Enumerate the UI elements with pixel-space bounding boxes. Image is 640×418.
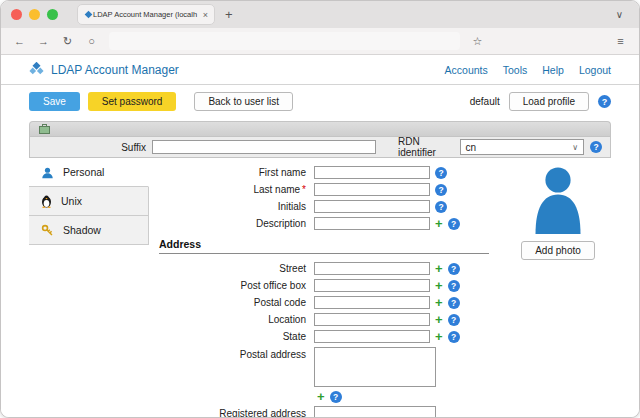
back-to-user-list-button[interactable]: Back to user list [194, 92, 293, 111]
lam-logo-icon [29, 62, 44, 77]
street-input[interactable] [314, 262, 430, 275]
field-label: Location [149, 314, 314, 325]
forward-button[interactable]: → [37, 35, 50, 47]
rdn-identifier-label: RDN identifier [398, 136, 454, 158]
form-row: Postal code + ? [149, 296, 505, 309]
briefcase-icon [39, 124, 50, 134]
add-value-icon[interactable]: + [435, 217, 443, 230]
add-photo-button[interactable]: Add photo [521, 241, 595, 260]
suffix-help-icon[interactable]: ? [590, 141, 602, 153]
lam-page: LDAP Account Manager Accounts Tools Help… [1, 55, 639, 418]
maximize-window-button[interactable] [47, 9, 58, 20]
minimize-window-button[interactable] [29, 9, 40, 20]
tab-label: Unix [61, 195, 82, 207]
nav-link-tools[interactable]: Tools [503, 64, 528, 76]
add-value-icon[interactable]: + [435, 279, 443, 292]
form-row: Post office box + ? [149, 279, 505, 292]
help-icon[interactable]: ? [448, 218, 460, 230]
state-input[interactable] [314, 330, 430, 343]
tab-shadow[interactable]: Shadow [29, 216, 149, 245]
field-label: Description [149, 218, 314, 229]
account-panel: Suffix RDN identifier cn ∨ ? [29, 121, 611, 158]
field-label: Initials [149, 201, 314, 212]
form-row: State + ? [149, 330, 505, 343]
rdn-identifier-select[interactable]: cn ∨ [460, 139, 584, 155]
new-tab-button[interactable]: + [225, 7, 233, 22]
field-label: Postal code [149, 297, 314, 308]
address-bar[interactable] [109, 32, 460, 50]
add-value-icon[interactable]: + [317, 390, 325, 403]
help-icon[interactable]: ? [435, 201, 447, 213]
tab-close-icon[interactable]: × [203, 10, 208, 20]
form-row: Registered address [149, 406, 505, 418]
tab-favicon [84, 10, 93, 19]
tab-overflow-chevron-icon[interactable]: ∨ [616, 9, 623, 20]
address-section-heading: Address [159, 238, 489, 254]
browser-titlebar: LDAP Account Manager (localh × + ∨ [1, 1, 639, 28]
postal-code-input[interactable] [314, 296, 430, 309]
person-icon [41, 166, 54, 179]
add-value-icon[interactable]: + [435, 296, 443, 309]
add-value-icon[interactable]: + [435, 330, 443, 343]
profile-help-icon[interactable]: ? [598, 95, 611, 108]
add-value-icon[interactable]: + [435, 262, 443, 275]
postal-address-textarea[interactable] [314, 347, 436, 387]
post-office-box-input[interactable] [314, 279, 430, 292]
suffix-bar: Suffix RDN identifier cn ∨ ? [29, 136, 611, 158]
help-icon[interactable]: ? [448, 263, 460, 275]
field-label: Registered address [149, 406, 314, 418]
field-label: State [149, 331, 314, 342]
tab-title: LDAP Account Manager (localh [93, 10, 199, 19]
menu-button[interactable]: ≡ [614, 35, 627, 47]
last-name-input[interactable] [314, 183, 430, 196]
required-marker: * [302, 184, 306, 195]
browser-tab[interactable]: LDAP Account Manager (localh × [77, 4, 215, 25]
nav-link-help[interactable]: Help [542, 64, 564, 76]
nav-link-logout[interactable]: Logout [579, 64, 611, 76]
app-title: LDAP Account Manager [51, 63, 179, 77]
bookmark-star-icon[interactable]: ☆ [471, 35, 484, 48]
action-toolbar: Save Set password Back to user list defa… [1, 85, 639, 117]
photo-area: Add photo [505, 158, 611, 260]
app-header: LDAP Account Manager Accounts Tools Help… [1, 55, 639, 85]
description-input[interactable] [314, 217, 430, 230]
tab-label: Shadow [63, 224, 101, 236]
form-row: Location + ? [149, 313, 505, 326]
module-tabs: Personal Unix Shadow [29, 158, 149, 245]
form-row: Last name* ? [149, 183, 505, 196]
add-value-icon[interactable]: + [435, 313, 443, 326]
help-icon[interactable]: ? [448, 280, 460, 292]
initials-input[interactable] [314, 200, 430, 213]
suffix-label: Suffix [38, 142, 146, 153]
tab-personal[interactable]: Personal [29, 158, 149, 187]
help-icon[interactable]: ? [435, 167, 447, 179]
save-button[interactable]: Save [29, 92, 80, 111]
nav-link-accounts[interactable]: Accounts [445, 64, 488, 76]
load-profile-button[interactable]: Load profile [509, 92, 589, 111]
help-icon[interactable]: ? [435, 184, 447, 196]
photo-placeholder-silhouette [531, 162, 585, 234]
suffix-input[interactable] [152, 140, 376, 154]
postal-address-actions: + ? [317, 390, 505, 403]
reload-button[interactable]: ↻ [61, 35, 74, 48]
help-icon[interactable]: ? [448, 314, 460, 326]
help-icon[interactable]: ? [448, 297, 460, 309]
shield-icon[interactable]: ○ [85, 35, 98, 47]
location-input[interactable] [314, 313, 430, 326]
penguin-icon [41, 195, 52, 208]
help-icon[interactable]: ? [330, 391, 342, 403]
tab-label: Personal [63, 166, 104, 178]
field-label: First name [149, 167, 314, 178]
set-password-button[interactable]: Set password [88, 92, 177, 111]
field-label: Postal address [149, 347, 314, 360]
field-label: Street [149, 263, 314, 274]
form-row: Postal address [149, 347, 505, 387]
registered-address-textarea[interactable] [314, 406, 436, 418]
tab-unix[interactable]: Unix [29, 187, 149, 216]
back-button[interactable]: ← [13, 35, 26, 47]
close-window-button[interactable] [11, 9, 22, 20]
account-main: Personal Unix Shadow First name ? [1, 158, 639, 418]
first-name-input[interactable] [314, 166, 430, 179]
help-icon[interactable]: ? [448, 331, 460, 343]
rdn-selected-value: cn [466, 142, 477, 153]
